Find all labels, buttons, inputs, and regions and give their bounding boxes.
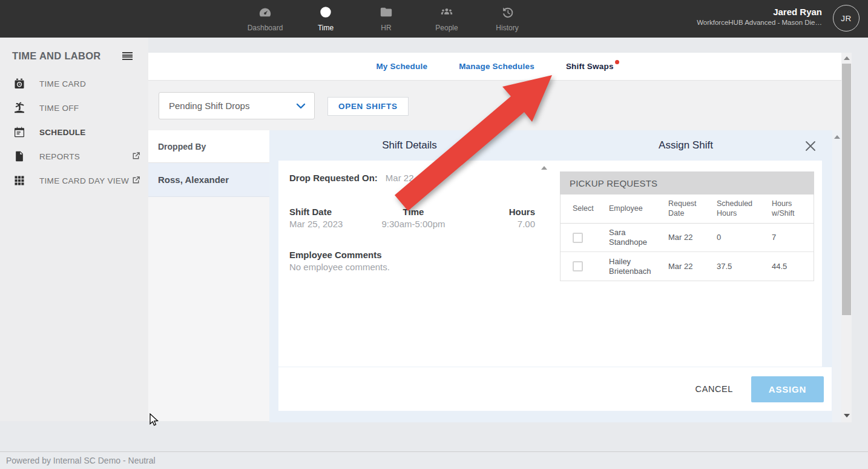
user-info[interactable]: Jared Ryan WorkforceHUB Advanced - Mason… [697,6,822,27]
cancel-button[interactable]: CANCEL [695,384,733,394]
cell-request-date: Mar 22 [668,233,717,242]
pickup-requests-table: Select Employee Request Date Scheduled H… [560,195,814,281]
nav-label: Dashboard [248,24,283,32]
cell-employee: Sara Standhope [609,228,668,247]
dropped-by-row-selected[interactable]: Ross, Alexander [148,163,269,197]
sidebar-item-reports[interactable]: REPORTS [0,144,148,168]
sidebar-item-time-off[interactable]: TIME OFF [0,96,148,120]
nav-history[interactable]: History [477,0,538,38]
page-footer: Powered by Internal SC Demo - Neutral [0,451,868,469]
external-link-icon [131,151,141,161]
avatar[interactable]: JR [833,5,860,32]
employee-comments-label: Employee Comments [289,250,538,260]
table-row: Sara Standhope Mar 22 0 7 [561,224,814,252]
time-value: 9:30am-5:00pm [372,219,455,229]
folder-icon [380,5,393,21]
sidebar-item-label: TIME OFF [39,104,79,113]
sidebar-item-time-card[interactable]: TIME CARD [0,72,148,96]
clock-icon [319,5,332,21]
employee-comments-value: No employee comments. [289,262,538,272]
top-app-bar: Dashboard Time HR People History Jared R… [0,0,868,38]
assign-shift-title: Assign Shift [550,130,822,161]
dropped-by-panel: Dropped By Ross, Alexander [148,130,269,421]
tab-manage-schedules[interactable]: Manage Schedules [459,62,534,71]
open-shifts-button[interactable]: OPEN SHIFTS [327,97,409,116]
nav-label: HR [381,24,391,32]
palm-tree-icon [13,102,25,114]
notification-dot [615,60,619,64]
sidebar-item-label: TIME CARD DAY VIEW [39,176,129,185]
user-name: Jared Ryan [697,6,822,18]
people-icon [440,5,453,21]
panel-scrollbar[interactable] [832,130,841,422]
sidebar-item-time-card-day-view[interactable]: TIME CARD DAY VIEW [0,168,148,193]
col-request-date: Request Date [668,199,717,218]
avatar-initials: JR [841,14,852,23]
drop-requested-label: Drop Requested On: [289,173,378,183]
row-checkbox[interactable] [573,261,583,271]
cell-hours-w-shift: 44.5 [772,262,814,271]
shift-swaps-toolbar: Pending Shift Drops OPEN SHIFTS [148,81,841,130]
nav-hr[interactable]: HR [356,0,416,38]
sidebar-item-label: TIME CARD [39,79,86,88]
history-icon [501,5,514,21]
dialog-footer: CANCEL ASSIGN [278,367,832,411]
dashboard-gauge-icon [258,5,272,21]
shift-filter-value: Pending Shift Drops [159,101,296,111]
scrollbar-thumb[interactable] [842,64,851,315]
dropped-by-header: Dropped By [148,130,269,163]
col-select: Select [573,204,609,214]
time-label: Time [372,207,455,217]
shift-details-panel: Drop Requested On:Mar 22, 2023 Shift Dat… [278,161,550,367]
nav-people[interactable]: People [416,0,477,38]
cell-scheduled-hours: 37.5 [717,262,772,271]
punch-clock-icon [13,78,25,90]
shift-details-title: Shift Details [278,130,541,161]
cell-hours-w-shift: 7 [772,233,814,242]
col-employee: Employee [609,204,668,214]
sidebar-item-schedule[interactable]: SCHEDULE [0,120,148,144]
nav-time[interactable]: Time [295,0,356,38]
user-org: WorkforceHUB Advanced - Mason Die… [697,18,822,27]
sidebar-header: TIME AND LABOR [0,38,148,72]
scroll-up-icon[interactable] [844,56,850,60]
cell-scheduled-hours: 0 [717,233,772,242]
hours-value: 7.00 [455,219,535,229]
col-hours-w-shift: Hours w/Shift [772,199,814,218]
menu-collapse-icon[interactable] [122,52,133,60]
scroll-up-icon[interactable] [834,135,840,139]
drop-requested-value: Mar 22, 2023 [386,173,439,183]
shift-date-value: Mar 25, 2023 [289,219,372,229]
hours-label: Hours [455,207,535,217]
row-checkbox[interactable] [573,233,583,243]
document-icon [13,150,25,162]
pickup-requests-header: PICKUP REQUESTS [560,171,814,195]
vertical-scrollbar[interactable] [841,53,852,422]
schedule-tab-bar: My Schedule Manage Schedules Shift Swaps [148,53,841,81]
primary-nav: Dashboard Time HR People History [235,0,538,38]
cell-employee: Hailey Brietenbach [609,257,668,276]
sidebar-title: TIME AND LABOR [12,50,101,62]
pickup-requests-section: PICKUP REQUESTS Select Employee Request … [560,171,814,281]
chevron-down-icon [296,101,306,111]
tab-label: Shift Swaps [566,62,614,71]
shift-swap-dialog: Shift Details Assign Shift Drop Requeste… [269,130,841,422]
scroll-down-icon[interactable] [844,414,850,417]
sidebar: TIME AND LABOR TIME CARD TIME OFF SCHEDU… [0,38,148,421]
assign-button[interactable]: ASSIGN [751,376,824,402]
tab-my-schedule[interactable]: My Schedule [376,62,427,71]
shift-filter-dropdown[interactable]: Pending Shift Drops [159,92,315,119]
nav-label: History [496,24,518,32]
nav-dashboard[interactable]: Dashboard [235,0,295,38]
tab-shift-swaps[interactable]: Shift Swaps [566,62,614,71]
external-link-icon [131,175,141,185]
table-row: Hailey Brietenbach Mar 22 37.5 44.5 [561,252,814,281]
table-header-row: Select Employee Request Date Scheduled H… [561,195,814,224]
sidebar-item-label: REPORTS [39,152,80,161]
shift-date-label: Shift Date [289,207,372,217]
cell-request-date: Mar 22 [668,262,717,271]
calendar-icon [13,126,25,138]
scroll-up-icon[interactable] [541,166,547,170]
nav-label: Time [318,24,334,32]
close-icon[interactable] [803,139,818,153]
